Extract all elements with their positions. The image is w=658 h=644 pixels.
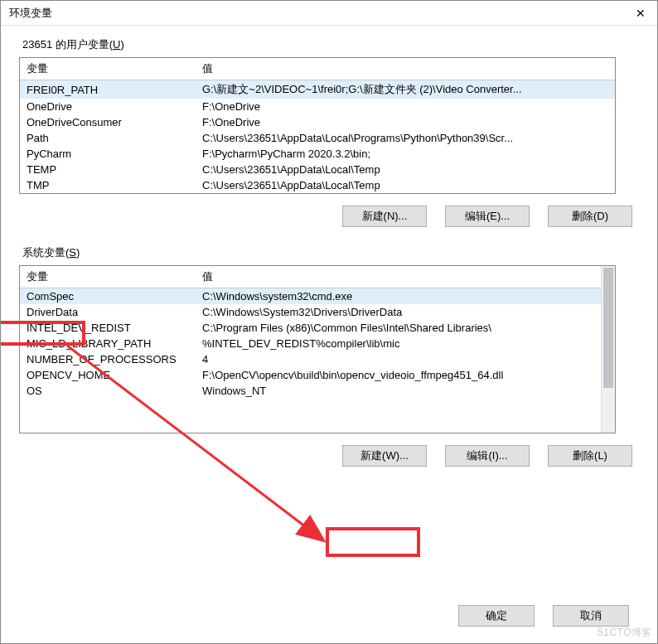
cell-val: G:\新建文~2\VIDEOC~1\frei0r;G:\新建文件夹 (2)\Vi…	[196, 80, 615, 99]
cell-val: C:\Windows\system32\cmd.exe	[196, 288, 601, 305]
cell-var: FREI0R_PATH	[20, 80, 196, 99]
sys-label-prefix: 系统变量(	[22, 246, 69, 259]
table-row[interactable]: OSWindows_NT	[20, 383, 601, 399]
ok-button[interactable]: 确定	[458, 605, 535, 627]
table-row[interactable]: OneDriveF:\OneDrive	[20, 99, 615, 114]
vertical-scrollbar[interactable]	[601, 266, 615, 433]
user-vars-label: 23651 的用户变量(U)	[19, 34, 644, 57]
user-vars-buttons: 新建(N)... 编辑(E)... 删除(D)	[19, 202, 644, 242]
annotation-box	[326, 527, 420, 557]
cell-val: C:\Users\23651\AppData\Local\Temp	[196, 177, 615, 193]
table-row[interactable]: OneDriveConsumerF:\OneDrive	[20, 114, 615, 130]
cell-var: ComSpec	[20, 288, 196, 305]
cell-var: OS	[20, 383, 196, 399]
sys-delete-button[interactable]: 删除(L)	[548, 445, 632, 467]
cell-var: OneDrive	[20, 99, 196, 114]
sys-edit-button[interactable]: 编辑(I)...	[445, 445, 530, 467]
cell-val: Windows_NT	[196, 383, 601, 399]
env-var-dialog: 环境变量 ✕ 23651 的用户变量(U) 变量 值 FREI0R_PATHG:…	[0, 0, 658, 644]
table-row[interactable]: DriverDataC:\Windows\System32\Drivers\Dr…	[20, 304, 601, 320]
cell-val: F:\OneDrive	[196, 114, 615, 130]
table-row[interactable]: OPENCV_HOMEF:\OpenCV\opencv\build\bin\op…	[20, 367, 601, 383]
cell-var: PyCharm	[20, 146, 196, 162]
user-vars-table[interactable]: 变量 值 FREI0R_PATHG:\新建文~2\VIDEOC~1\frei0r…	[20, 58, 615, 193]
sys-new-button[interactable]: 新建(W)...	[342, 445, 427, 467]
sys-vars-table[interactable]: 变量 值 ComSpecC:\Windows\system32\cmd.exe …	[20, 266, 601, 399]
close-icon[interactable]: ✕	[631, 3, 651, 23]
cell-var: OPENCV_HOME	[20, 367, 196, 383]
table-row[interactable]: MIC_LD_LIBRARY_PATH%INTEL_DEV_REDIST%com…	[20, 336, 601, 351]
cancel-button[interactable]: 取消	[553, 605, 629, 627]
table-row[interactable]: PathC:\Users\23651\AppData\Local\Program…	[20, 130, 615, 146]
scrollbar-thumb[interactable]	[603, 268, 613, 388]
window-title: 环境变量	[9, 6, 631, 21]
cell-var: DriverData	[20, 304, 196, 320]
table-row[interactable]: ComSpecC:\Windows\system32\cmd.exe	[20, 288, 601, 305]
table-row[interactable]: FREI0R_PATHG:\新建文~2\VIDEOC~1\frei0r;G:\新…	[20, 80, 615, 99]
sys-label-suffix: )	[76, 246, 80, 259]
cell-val: %INTEL_DEV_REDIST%compiler\lib\mic	[196, 336, 601, 351]
cell-val: F:\OneDrive	[196, 99, 615, 114]
cell-val: C:\Windows\System32\Drivers\DriverData	[196, 304, 601, 320]
col-header-variable[interactable]: 变量	[20, 266, 196, 288]
user-label-suffix: )	[120, 38, 123, 51]
table-row[interactable]: TEMPC:\Users\23651\AppData\Local\Temp	[20, 162, 615, 177]
cell-var: TMP	[20, 177, 196, 193]
cell-val: F:\Pycharm\PyCharm 2020.3.2\bin;	[196, 146, 615, 162]
cell-var: Path	[20, 130, 196, 146]
content-area: 23651 的用户变量(U) 变量 值 FREI0R_PATHG:\新建文~2\…	[1, 26, 657, 597]
cell-var: OneDriveConsumer	[20, 114, 196, 130]
table-row[interactable]: INTEL_DEV_REDISTC:\Program Files (x86)\C…	[20, 320, 601, 336]
col-header-variable[interactable]: 变量	[20, 58, 196, 80]
user-vars-table-wrap: 变量 值 FREI0R_PATHG:\新建文~2\VIDEOC~1\frei0r…	[19, 57, 616, 194]
dialog-footer: 确定 取消	[1, 597, 657, 643]
sys-vars-table-wrap: 变量 值 ComSpecC:\Windows\system32\cmd.exe …	[19, 265, 616, 433]
user-new-button[interactable]: 新建(N)...	[342, 206, 427, 227]
cell-var: NUMBER_OF_PROCESSORS	[20, 351, 196, 367]
user-delete-button[interactable]: 删除(D)	[548, 206, 632, 227]
cell-var: MIC_LD_LIBRARY_PATH	[20, 336, 196, 351]
user-edit-button[interactable]: 编辑(E)...	[445, 206, 530, 227]
titlebar: 环境变量 ✕	[1, 1, 657, 26]
sys-vars-label: 系统变量(S)	[19, 242, 644, 265]
table-row[interactable]: NUMBER_OF_PROCESSORS4	[20, 351, 601, 367]
user-label-prefix: 23651 的用户变量(	[22, 38, 113, 51]
col-header-value[interactable]: 值	[196, 266, 601, 288]
cell-var: INTEL_DEV_REDIST	[20, 320, 196, 336]
sys-vars-buttons: 新建(W)... 编辑(I)... 删除(L)	[19, 442, 644, 482]
cell-var: TEMP	[20, 162, 196, 177]
sys-label-hotkey: S	[69, 246, 76, 259]
cell-val: C:\Program Files (x86)\Common Files\Inte…	[196, 320, 601, 336]
cell-val: 4	[196, 351, 601, 367]
table-row[interactable]: TMPC:\Users\23651\AppData\Local\Temp	[20, 177, 615, 193]
table-row[interactable]: PyCharmF:\Pycharm\PyCharm 2020.3.2\bin;	[20, 146, 615, 162]
col-header-value[interactable]: 值	[196, 58, 615, 80]
cell-val: F:\OpenCV\opencv\build\bin\opencv_videoi…	[196, 367, 601, 383]
cell-val: C:\Users\23651\AppData\Local\Temp	[196, 162, 615, 177]
cell-val: C:\Users\23651\AppData\Local\Programs\Py…	[196, 130, 615, 146]
